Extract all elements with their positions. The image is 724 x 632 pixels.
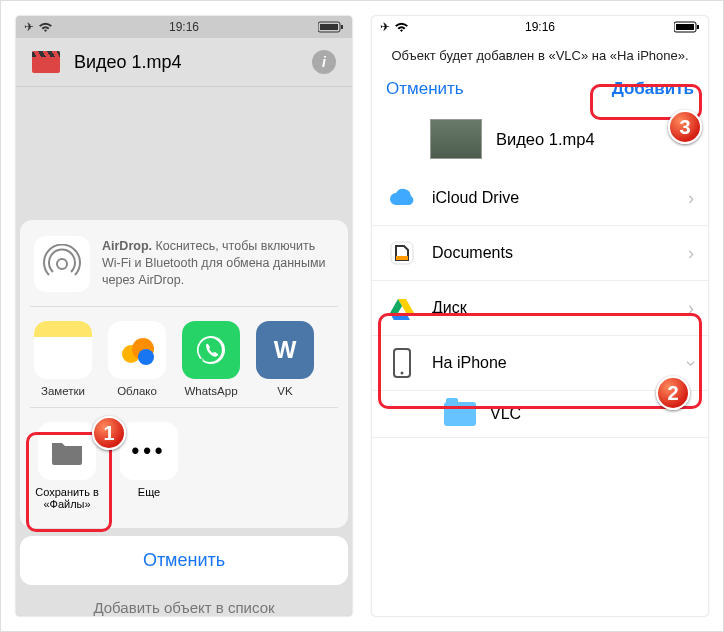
folder-icon <box>444 402 476 426</box>
share-actions-row: Сохранить в «Файлы» ••• Еще <box>30 408 338 518</box>
share-sheet: AirDrop. Коснитесь, чтобы включить Wi-Fi… <box>20 220 348 616</box>
svg-rect-1 <box>341 25 343 29</box>
svg-point-6 <box>138 349 154 365</box>
airplane-mode-icon: ✈ <box>24 20 34 34</box>
right-screenshot: ✈ 19:16 Объект будет добавлен в «VLC» на… <box>372 16 708 616</box>
location-icloud-drive[interactable]: iCloud Drive› <box>372 171 708 226</box>
callout-badge-2: 2 <box>656 376 690 410</box>
documents-app-icon <box>386 237 418 269</box>
battery-icon <box>674 21 700 33</box>
wifi-icon <box>38 22 53 33</box>
app-whatsapp[interactable]: WhatsApp <box>180 321 242 397</box>
location-on-iphone[interactable]: На iPhone› <box>372 336 708 391</box>
app-vk[interactable]: WVK <box>254 321 316 397</box>
app-cloud[interactable]: Облако <box>106 321 168 397</box>
chevron-right-icon: › <box>688 188 694 209</box>
context-text: Объект будет добавлен в «VLC» на «На iPh… <box>372 38 708 73</box>
svg-point-14 <box>401 372 404 375</box>
google-drive-icon <box>386 292 418 324</box>
callout-badge-1: 1 <box>92 416 126 450</box>
location-disk[interactable]: Диск› <box>372 281 708 336</box>
svg-point-3 <box>57 259 67 269</box>
video-file-icon <box>32 51 60 73</box>
more-icon: ••• <box>131 438 166 464</box>
airdrop-text: AirDrop. Коснитесь, чтобы включить Wi-Fi… <box>102 236 334 289</box>
dialog-add-button[interactable]: Добавить <box>612 79 694 99</box>
airdrop-icon <box>34 236 90 292</box>
status-bar: ✈ 19:16 <box>372 16 708 38</box>
svg-rect-10 <box>676 24 694 30</box>
status-time: 19:16 <box>169 20 199 34</box>
svg-rect-12 <box>396 256 408 260</box>
airdrop-row[interactable]: AirDrop. Коснитесь, чтобы включить Wi-Fi… <box>30 230 338 307</box>
background-peek: Добавить объект в список <box>20 593 348 616</box>
left-screenshot: ✈ 19:16 Видео 1.mp4 i AirDrop. Коснитесь… <box>16 16 352 616</box>
wifi-icon <box>394 22 409 33</box>
status-time: 19:16 <box>525 20 555 34</box>
airplane-mode-icon: ✈ <box>380 20 390 34</box>
folder-icon <box>50 437 84 465</box>
chevron-right-icon: › <box>688 243 694 264</box>
file-header: Видео 1.mp4 i <box>16 38 352 86</box>
info-button[interactable]: i <box>312 50 336 74</box>
file-preview-row: Видео 1.mp4 <box>372 111 708 171</box>
location-documents[interactable]: Documents› <box>372 226 708 281</box>
svg-rect-9 <box>697 25 699 29</box>
share-cancel-button[interactable]: Отменить <box>20 536 348 585</box>
video-thumbnail <box>430 119 482 159</box>
app-notes[interactable]: Заметки <box>32 321 94 397</box>
file-title: Видео 1.mp4 <box>74 52 298 73</box>
dialog-cancel-button[interactable]: Отменить <box>386 79 464 99</box>
share-apps-row: Заметки Облако WhatsApp WVK <box>30 307 338 408</box>
chevron-right-icon: › <box>688 298 694 319</box>
battery-icon <box>318 21 344 33</box>
file-name: Видео 1.mp4 <box>496 130 595 149</box>
svg-rect-2 <box>320 24 338 30</box>
cloud-icon <box>386 182 418 214</box>
status-bar: ✈ 19:16 <box>16 16 352 38</box>
chevron-down-icon: › <box>681 360 702 366</box>
iphone-icon <box>386 347 418 379</box>
callout-badge-3: 3 <box>668 110 702 144</box>
